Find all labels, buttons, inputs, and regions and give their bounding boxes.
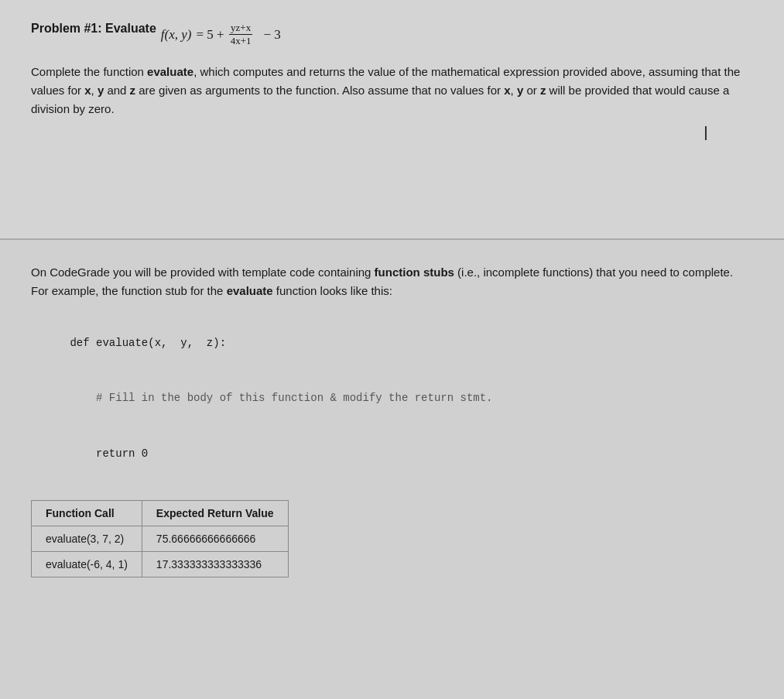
y-bold2: y	[517, 84, 523, 97]
expected-value-cell: 75.66666666666666	[142, 526, 288, 552]
table-body: evaluate(3, 7, 2)75.66666666666666evalua…	[32, 526, 289, 577]
intro1-text: On CodeGrade you will be provided with t…	[31, 266, 375, 279]
cursor-area[interactable]	[31, 118, 753, 134]
top-section: Problem #1: Evaluate f(x, y) = 5 + yz+x …	[0, 0, 784, 240]
expected-value-cell: 17.333333333333336	[142, 552, 288, 577]
problem-title: Problem #1: Evaluate f(x, y) = 5 + yz+x …	[31, 22, 753, 47]
desc6: ,	[511, 84, 517, 97]
z-bold: z	[130, 84, 136, 97]
desc3: ,	[91, 84, 98, 97]
fraction-numerator: yz+x	[229, 22, 252, 35]
fraction-denominator: 4x+1	[229, 35, 253, 47]
code-line2: # Fill in the body of this function & mo…	[70, 392, 492, 404]
table-row: evaluate(3, 7, 2)75.66666666666666	[32, 526, 289, 552]
x-bold: x	[84, 84, 91, 97]
table-row: evaluate(-6, 4, 1)17.333333333333336	[32, 552, 289, 577]
formula-eq: = 5 +	[196, 27, 224, 43]
desc7: or	[523, 84, 540, 97]
function-call-cell: evaluate(3, 7, 2)	[32, 526, 142, 552]
fraction-num-text: yz+x	[231, 22, 251, 33]
formula-fx: f(x, y)	[161, 27, 192, 43]
col2-header: Expected Return Value	[142, 501, 288, 526]
text-cursor	[705, 126, 707, 140]
evaluate-bold2: evaluate	[227, 284, 273, 297]
description-paragraph: Complete the function evaluate, which co…	[31, 63, 753, 118]
y-bold: y	[98, 84, 104, 97]
desc4: and	[104, 84, 129, 97]
math-formula: f(x, y) = 5 + yz+x 4x+1 − 3	[161, 22, 281, 47]
code-line1: def evaluate(x, y, z):	[70, 337, 226, 349]
problem-label: Problem #1: Evaluate	[31, 22, 156, 36]
function-call-cell: evaluate(-6, 4, 1)	[32, 552, 142, 577]
formula-minus: − 3	[264, 27, 281, 43]
function-stubs-bold: function stubs	[375, 266, 454, 279]
x-bold2: x	[504, 84, 510, 97]
intro3-text: function looks like this:	[273, 284, 392, 297]
bottom-section: On CodeGrade you will be provided with t…	[0, 240, 784, 699]
desc5: are given as arguments to the function. …	[135, 84, 504, 97]
evaluate-bold: evaluate	[147, 65, 193, 78]
description-block: Complete the function evaluate, which co…	[31, 63, 753, 118]
table-header-row: Function Call Expected Return Value	[32, 501, 289, 526]
desc-complete: Complete the function	[31, 65, 147, 78]
code-line3: return 0	[70, 447, 148, 460]
fraction: yz+x 4x+1	[229, 22, 253, 47]
code-block: def evaluate(x, y, z): # Fill in the bod…	[31, 316, 753, 481]
results-table: Function Call Expected Return Value eval…	[31, 500, 289, 577]
page-container: Problem #1: Evaluate f(x, y) = 5 + yz+x …	[0, 0, 784, 699]
col1-header: Function Call	[32, 501, 142, 526]
intro-paragraph: On CodeGrade you will be provided with t…	[31, 263, 753, 300]
